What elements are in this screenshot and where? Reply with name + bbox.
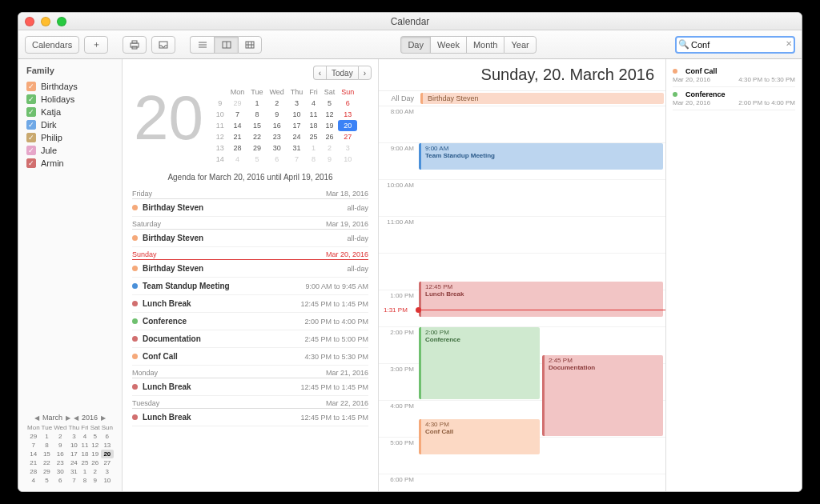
allday-event[interactable]: Birthday Steven bbox=[420, 93, 664, 104]
view-switcher: DayWeekMonthYear bbox=[400, 36, 536, 54]
app-window: Calendar Calendars ＋ DayWeekMonthYear 🔍 … bbox=[18, 12, 802, 492]
result-date: Mar 20, 2016 bbox=[673, 76, 710, 83]
agenda-item-time: 4:30 PM to 5:30 PM bbox=[304, 353, 368, 361]
agenda-item-time: 2:00 PM to 4:00 PM bbox=[304, 318, 368, 326]
print-button[interactable] bbox=[123, 36, 147, 54]
dot-icon bbox=[132, 354, 138, 359]
checkbox-icon[interactable]: ✓ bbox=[26, 120, 36, 130]
day-event[interactable]: 2:00 PMConference bbox=[419, 327, 540, 399]
checkbox-icon[interactable]: ✓ bbox=[26, 158, 36, 168]
dot-icon bbox=[132, 235, 138, 241]
agenda-item[interactable]: Birthday Stevenall-day bbox=[132, 199, 368, 217]
view-month-button[interactable]: Month bbox=[466, 36, 504, 54]
agenda-item-time: all-day bbox=[347, 234, 368, 242]
checkbox-icon[interactable]: ✓ bbox=[26, 133, 36, 142]
hour-label: 10:00 AM bbox=[379, 180, 419, 216]
agenda-item-title: Conf Call bbox=[143, 352, 304, 361]
agenda-item[interactable]: Birthday Stevenall-day bbox=[132, 230, 368, 247]
day-heading: Sunday, 20. March 2016 bbox=[379, 59, 665, 90]
agenda-item-title: Lunch Break bbox=[143, 413, 300, 422]
agenda-item-time: all-day bbox=[347, 265, 368, 273]
calendar-item[interactable]: ✓Dirk bbox=[26, 118, 114, 131]
calendar-item[interactable]: ✓Jule bbox=[26, 144, 114, 157]
view-year-button[interactable]: Year bbox=[504, 36, 536, 54]
search-result-item[interactable]: ConferenceMar 20, 20162:00 PM to 4:00 PM bbox=[673, 87, 795, 110]
big-day-number: 20 bbox=[134, 86, 203, 149]
prev-year-icon[interactable]: ◀ bbox=[74, 414, 78, 422]
agenda-item-title: Lunch Break bbox=[143, 382, 300, 391]
notifications-button[interactable] bbox=[151, 36, 175, 54]
dot-icon bbox=[132, 301, 138, 306]
view-week-button[interactable]: Week bbox=[430, 36, 466, 54]
next-button[interactable]: › bbox=[358, 66, 372, 80]
agenda-item[interactable]: Team Standup Meeting9:00 AM to 9:45 AM bbox=[132, 278, 368, 295]
layout-grid-button[interactable] bbox=[238, 36, 262, 54]
next-year-icon[interactable]: ▶ bbox=[101, 414, 106, 422]
agenda-item[interactable]: Conference2:00 PM to 4:00 PM bbox=[132, 313, 368, 330]
agenda-item-time: 9:00 AM to 9:45 AM bbox=[305, 282, 368, 290]
agenda-header: Agenda for March 20, 2016 until April 19… bbox=[123, 173, 378, 182]
search-icon: 🔍 bbox=[678, 39, 689, 50]
checkbox-icon[interactable]: ✓ bbox=[26, 146, 36, 155]
day-event[interactable]: 12:45 PMLunch Break bbox=[419, 282, 663, 317]
dot-icon bbox=[132, 336, 138, 342]
agenda-item-title: Conference bbox=[143, 317, 304, 326]
agenda-item[interactable]: Lunch Break12:45 PM to 1:45 PM bbox=[132, 295, 368, 313]
hour-label: 5:00 PM bbox=[379, 438, 419, 474]
print-icon bbox=[129, 40, 140, 50]
agenda-item-title: Birthday Steven bbox=[143, 264, 347, 273]
agenda-panel: ‹ Today › 20 MonTueWedThuFriSatSun929123… bbox=[123, 59, 379, 491]
hour-label: 6:00 PM bbox=[379, 474, 419, 491]
now-label: 1:31 PM bbox=[384, 306, 408, 313]
checkbox-icon[interactable]: ✓ bbox=[26, 107, 36, 117]
mini-calendar[interactable]: ◀ March ▶ ◀ 2016 ▶ MonTueWedThuFriSatSun… bbox=[26, 414, 114, 485]
search-result-item[interactable]: Conf CallMar 20, 20164:30 PM to 5:30 PM bbox=[673, 64, 795, 87]
day-event[interactable]: 9:00 AMTeam Standup Meeting bbox=[419, 143, 663, 170]
clear-search-icon[interactable]: ✕ bbox=[786, 39, 792, 48]
agenda-item-time: 12:45 PM to 1:45 PM bbox=[300, 414, 368, 422]
day-view: Sunday, 20. March 2016 All Day Birthday … bbox=[379, 59, 665, 491]
prev-month-icon[interactable]: ◀ bbox=[34, 414, 39, 422]
agenda-item[interactable]: Lunch Break12:45 PM to 1:45 PM bbox=[132, 409, 368, 426]
checkbox-icon[interactable]: ✓ bbox=[26, 94, 36, 104]
layout-list-button[interactable] bbox=[190, 36, 214, 54]
agenda-item[interactable]: Documentation2:45 PM to 5:00 PM bbox=[132, 330, 368, 348]
next-month-icon[interactable]: ▶ bbox=[66, 414, 70, 422]
month-calendar[interactable]: MonTueWedThuFriSatSun9291234561078910111… bbox=[213, 86, 358, 165]
hour-label: 4:00 PM bbox=[379, 401, 419, 437]
checkbox-icon[interactable]: ✓ bbox=[26, 82, 36, 91]
calendar-label: Holidays bbox=[41, 94, 74, 104]
zoom-icon[interactable] bbox=[57, 17, 66, 26]
hour-label: 3:00 PM bbox=[379, 364, 419, 400]
toolbar: Calendars ＋ DayWeekMonthYear 🔍 ✕ bbox=[18, 30, 802, 59]
today-button[interactable]: Today bbox=[326, 66, 358, 80]
search-field[interactable]: 🔍 ✕ bbox=[675, 36, 795, 54]
layout-split-button[interactable] bbox=[214, 36, 238, 54]
agenda-item-title: Lunch Break bbox=[143, 299, 300, 308]
calendars-button[interactable]: Calendars bbox=[25, 36, 79, 54]
minimize-icon[interactable] bbox=[41, 17, 50, 26]
agenda-day-header: MondayMar 21, 2016 bbox=[132, 366, 368, 378]
time-grid[interactable]: 8:00 AM9:00 AM10:00 AM11:00 AM1:00 PM2:0… bbox=[379, 106, 665, 491]
agenda-list[interactable]: FridayMar 18, 2016Birthday Stevenall-day… bbox=[123, 186, 378, 491]
add-button[interactable]: ＋ bbox=[84, 36, 108, 54]
agenda-item[interactable]: Lunch Break12:45 PM to 1:45 PM bbox=[132, 378, 368, 396]
calendar-item[interactable]: ✓Birthdays bbox=[26, 80, 114, 93]
day-event[interactable]: 4:30 PMConf Call bbox=[419, 419, 540, 454]
mini-month-label: March bbox=[42, 414, 62, 422]
search-input[interactable] bbox=[675, 36, 795, 54]
calendar-item[interactable]: ✓Holidays bbox=[26, 93, 114, 106]
agenda-item-title: Birthday Steven bbox=[143, 234, 347, 242]
calendar-item[interactable]: ✓Philip bbox=[26, 131, 114, 144]
day-event[interactable]: 2:45 PMDocumentation bbox=[542, 355, 663, 437]
view-day-button[interactable]: Day bbox=[400, 36, 430, 54]
calendar-item[interactable]: ✓Armin bbox=[26, 157, 114, 170]
agenda-item[interactable]: Birthday Stevenall-day bbox=[132, 260, 368, 278]
dot-icon bbox=[673, 92, 677, 97]
calendar-label: Armin bbox=[41, 158, 64, 168]
prev-button[interactable]: ‹ bbox=[313, 66, 326, 80]
result-title: Conf Call bbox=[685, 67, 718, 75]
agenda-item[interactable]: Conf Call4:30 PM to 5:30 PM bbox=[132, 348, 368, 366]
calendar-item[interactable]: ✓Katja bbox=[26, 106, 114, 118]
close-icon[interactable] bbox=[25, 17, 34, 26]
